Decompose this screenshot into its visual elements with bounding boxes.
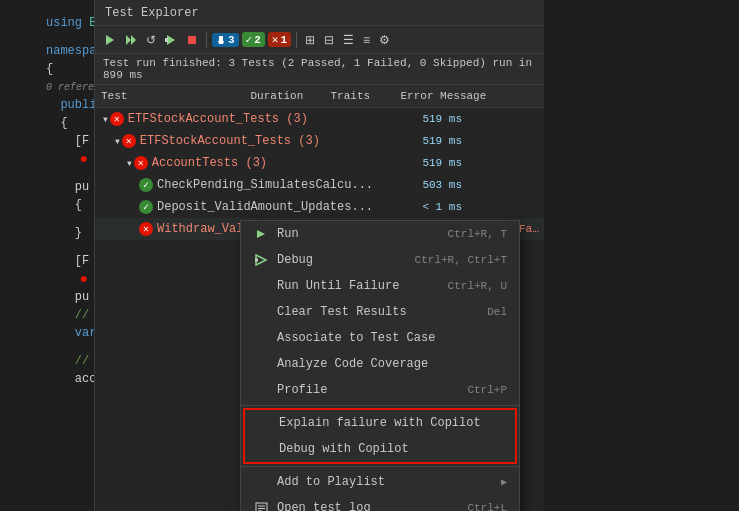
settings-button[interactable]: ⚙ [376, 31, 393, 49]
empty-icon [253, 330, 269, 346]
test-item[interactable]: ✓ Deposit_ValidAmount_Updates... < 1 ms [95, 196, 544, 218]
menu-label: Run Until Failure [277, 279, 399, 293]
fail-icon: ✕ [134, 156, 148, 170]
fail-icon: ✕ [139, 222, 153, 236]
menu-label: Add to Playlist [277, 475, 385, 489]
menu-shortcut: Del [487, 306, 507, 318]
group-button[interactable]: ☰ [340, 31, 357, 49]
menu-shortcut: Ctrl+P [467, 384, 507, 396]
test-name: CheckPending_SimulatesCalcu... [157, 178, 390, 192]
badge-passed: ✓ 2 [242, 32, 265, 47]
menu-separator [241, 405, 519, 406]
toolbar-separator [206, 32, 207, 48]
expand-icon: ▼ [127, 159, 132, 168]
svg-marker-1 [126, 35, 131, 45]
panel-title-text: Test Explorer [105, 6, 199, 20]
menu-label: Open test log [277, 501, 371, 511]
pass-icon: ✓ [139, 178, 153, 192]
empty-icon [253, 474, 269, 490]
toolbar: ↺ 3 ✓ 2 ✕ 1 ⊞ ⊟ [95, 26, 544, 54]
menu-item-run-until-failure[interactable]: Run Until Failure Ctrl+R, U [241, 273, 519, 299]
test-name: AccountTests (3) [152, 156, 390, 170]
test-duration: 519 ms [390, 135, 470, 147]
expand-icon: ▼ [103, 115, 108, 124]
test-item[interactable]: ✓ CheckPending_SimulatesCalcu... 503 ms [95, 174, 544, 196]
run-all-button[interactable] [122, 32, 140, 48]
pass-icon: ✓ [139, 200, 153, 214]
menu-item-explain-copilot-container: Explain failure with Copilot Debug with … [243, 408, 517, 464]
svg-rect-5 [188, 36, 196, 44]
empty-icon [253, 278, 269, 294]
menu-label: Debug [277, 253, 313, 267]
run-button[interactable] [101, 32, 119, 48]
menu-label: Clear Test Results [277, 305, 407, 319]
test-status-bar: Test run finished: 3 Tests (2 Passed, 1 … [95, 54, 544, 85]
menu-label: Profile [277, 383, 327, 397]
test-item[interactable]: ▼ ✕ AccountTests (3) 519 ms [95, 152, 544, 174]
col-header-duration: Duration [245, 88, 325, 104]
log-icon [253, 500, 269, 511]
hierarchy-button[interactable]: ⊟ [321, 31, 337, 49]
stop-button[interactable] [183, 32, 201, 48]
test-name: ETFStockAccount_Tests (3) [140, 134, 390, 148]
menu-item-run[interactable]: Run Ctrl+R, T [241, 221, 519, 247]
empty-icon [255, 415, 271, 431]
menu-label: Analyze Code Coverage [277, 357, 428, 371]
debug-button[interactable] [162, 32, 180, 48]
status-text: Test run finished: 3 Tests (2 Passed, 1 … [103, 57, 532, 81]
empty-icon [253, 382, 269, 398]
menu-label: Run [277, 227, 299, 241]
col-header-error: Error Message [395, 88, 545, 104]
menu-label: Associate to Test Case [277, 331, 435, 345]
menu-shortcut: Ctrl+R, Ctrl+T [415, 254, 507, 266]
menu-item-add-to-playlist[interactable]: Add to Playlist ▶ [241, 469, 519, 495]
menu-separator [241, 466, 519, 467]
svg-rect-10 [255, 259, 258, 262]
menu-item-analyze[interactable]: Analyze Code Coverage [241, 351, 519, 377]
col-header-test: Test [95, 88, 245, 104]
menu-shortcut: Ctrl+L [467, 502, 507, 511]
col-header-traits: Traits [325, 88, 395, 104]
menu-item-explain-copilot[interactable]: Explain failure with Copilot [245, 410, 515, 436]
svg-marker-8 [257, 230, 265, 238]
test-duration: < 1 ms [390, 201, 470, 213]
test-name: Deposit_ValidAmount_Updates... [157, 200, 390, 214]
svg-rect-11 [256, 503, 267, 512]
test-item[interactable]: ▼ ✕ ETFStockAccount_Tests (3) 519 ms [95, 108, 544, 130]
refresh-button[interactable]: ↺ [143, 31, 159, 49]
sort-button[interactable]: ≡ [360, 31, 373, 49]
column-headers: Test Duration Traits Error Message [95, 85, 544, 108]
menu-item-open-log[interactable]: Open test log Ctrl+L [241, 495, 519, 511]
menu-item-clear-results[interactable]: Clear Test Results Del [241, 299, 519, 325]
play-menu-icon [253, 226, 269, 242]
menu-item-debug[interactable]: Debug Ctrl+R, Ctrl+T [241, 247, 519, 273]
badge-total: 3 [212, 33, 239, 47]
debug-menu-icon [253, 252, 269, 268]
debug-toolbar-icon [165, 34, 177, 46]
toolbar-separator-2 [296, 32, 297, 48]
panel-title: Test Explorer [95, 0, 544, 26]
svg-marker-3 [167, 35, 175, 45]
menu-label: Explain failure with Copilot [279, 416, 481, 430]
svg-rect-4 [165, 38, 168, 42]
empty-icon [255, 441, 271, 457]
test-duration: 519 ms [390, 157, 470, 169]
menu-item-associate[interactable]: Associate to Test Case [241, 325, 519, 351]
run-icon [104, 34, 116, 46]
fail-icon: ✕ [110, 112, 124, 126]
menu-item-debug-copilot[interactable]: Debug with Copilot [245, 436, 515, 462]
test-duration: 519 ms [390, 113, 470, 125]
svg-marker-0 [106, 35, 114, 45]
stop-icon [186, 34, 198, 46]
menu-item-profile[interactable]: Profile Ctrl+P [241, 377, 519, 403]
test-item[interactable]: ▼ ✕ ETFStockAccount_Tests (3) 519 ms [95, 130, 544, 152]
empty-icon [253, 304, 269, 320]
expand-icon: ▼ [115, 137, 120, 146]
context-menu: Run Ctrl+R, T Debug Ctrl+R, Ctrl+T Run U… [240, 220, 520, 511]
filter-button[interactable]: ⊞ [302, 31, 318, 49]
svg-marker-2 [131, 35, 136, 45]
test-duration: 503 ms [390, 179, 470, 191]
menu-label: Debug with Copilot [279, 442, 409, 456]
test-name: ETFStockAccount_Tests (3) [128, 112, 390, 126]
svg-marker-7 [218, 41, 224, 44]
